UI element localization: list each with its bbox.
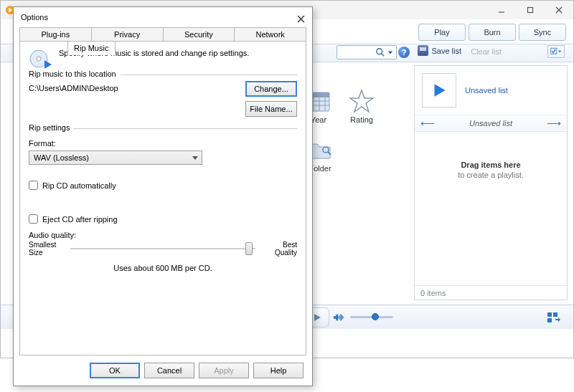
audio-quality-slider[interactable]: [70, 248, 255, 249]
chevron-down-icon: [192, 154, 199, 161]
rip-auto-checkbox[interactable]: Rip CD automatically: [29, 181, 297, 190]
help-icon[interactable]: ?: [398, 47, 410, 58]
cancel-label: Cancel: [157, 366, 182, 375]
tab-play-label: Play: [434, 28, 449, 37]
options-tab-privacy[interactable]: Privacy: [91, 27, 164, 42]
rip-location-legend: Rip music to this location: [29, 70, 121, 78]
list-options-button[interactable]: [547, 45, 565, 58]
clear-list-button[interactable]: Clear list: [471, 47, 502, 56]
tab-burn[interactable]: Burn: [469, 24, 516, 41]
play-icon: [430, 81, 448, 100]
options-tab-rip-music[interactable]: Rip Music: [67, 41, 116, 55]
svg-marker-8: [388, 51, 392, 54]
cancel-button[interactable]: Cancel: [144, 363, 194, 378]
file-name-label: File Name...: [250, 105, 292, 113]
rip-settings-group: Rip settings Format: WAV (Lossless) Rip …: [29, 128, 297, 272]
star-icon: [349, 88, 375, 114]
help-button[interactable]: Help: [253, 363, 304, 378]
options-tab-network[interactable]: Network: [234, 27, 306, 42]
mute-button[interactable]: [333, 312, 344, 322]
playlist-drop-zone[interactable]: Drag items here to create a playlist.: [415, 161, 567, 179]
eject-cd-checkbox[interactable]: Eject CD after ripping: [29, 214, 297, 224]
svg-marker-37: [44, 60, 52, 69]
playlist-drop-title: Drag items here: [415, 161, 567, 169]
rip-location-group: Rip music to this location C:\Users\ADMI…: [29, 75, 297, 117]
usage-text: Uses about 600 MB per CD.: [29, 264, 297, 272]
close-button[interactable]: [545, 1, 573, 19]
volume-thumb[interactable]: [372, 313, 379, 320]
options-tab-body: Specify where music is stored and change…: [19, 42, 306, 355]
save-list-button[interactable]: Save list: [418, 45, 461, 56]
audio-quality-thumb[interactable]: [245, 242, 253, 255]
change-location-button[interactable]: Change...: [245, 81, 297, 97]
playlist-footer: 0 items: [415, 285, 567, 300]
options-titlebar[interactable]: Options: [14, 7, 312, 27]
library-rating-label: Rating: [347, 115, 377, 124]
search-input[interactable]: [337, 45, 397, 59]
tab-burn-label: Burn: [484, 28, 500, 37]
playlist-nav-title: Unsaved list: [469, 119, 512, 128]
eject-cd-input[interactable]: [29, 214, 38, 224]
format-value: WAV (Lossless): [34, 153, 89, 162]
svg-point-6: [377, 49, 382, 54]
save-list-label: Save list: [431, 47, 461, 55]
options-tab-security[interactable]: Security: [163, 27, 235, 42]
rip-auto-input[interactable]: [29, 181, 38, 190]
search-icon: [375, 47, 385, 57]
rip-location-path: C:\Users\ADMIN\Desktop: [29, 81, 118, 92]
playlist-title[interactable]: Unsaved list: [465, 86, 508, 95]
tab-play[interactable]: Play: [418, 24, 466, 41]
svg-point-36: [37, 57, 41, 61]
ok-label: OK: [109, 366, 121, 375]
svg-marker-38: [192, 156, 198, 160]
playlist-prev-button[interactable]: ⟵: [420, 118, 435, 129]
format-combobox[interactable]: WAV (Lossless): [29, 150, 202, 165]
change-location-label: Change...: [254, 85, 288, 93]
library-group-rating[interactable]: Rating: [347, 88, 377, 124]
quality-max-label: Best Quality: [260, 241, 297, 257]
now-playing-icon: [547, 312, 560, 322]
volume-slider[interactable]: [350, 316, 393, 318]
ok-button[interactable]: OK: [90, 363, 140, 378]
rip-settings-legend: Rip settings: [29, 123, 74, 132]
svg-rect-9: [551, 48, 557, 54]
playlist-item-count: 0 items: [420, 289, 446, 297]
svg-marker-10: [558, 50, 561, 52]
svg-rect-29: [547, 312, 552, 317]
format-label: Format:: [29, 139, 297, 148]
options-title: Options: [21, 13, 48, 21]
options-dialog: Options Plug-insPrivacySecurityNetwork P…: [13, 6, 313, 386]
svg-marker-18: [350, 90, 373, 112]
svg-rect-31: [547, 318, 552, 322]
eject-cd-label: Eject CD after ripping: [42, 215, 118, 224]
svg-line-7: [382, 54, 385, 57]
disk-icon: [418, 45, 428, 56]
help-label: Help: [270, 366, 287, 375]
playlist-drop-sub: to create a playlist.: [415, 171, 567, 179]
rip-cd-icon: [29, 49, 52, 72]
playlist-next-button[interactable]: ⟶: [547, 118, 561, 129]
quality-min-label: Smallest Size: [29, 241, 66, 257]
audio-quality-label: Audio quality:: [29, 231, 297, 239]
playlist-panel: Unsaved list ⟵ Unsaved list ⟶ Drag items…: [414, 65, 568, 300]
rip-auto-label: Rip CD automatically: [42, 181, 116, 190]
svg-marker-25: [314, 314, 321, 321]
svg-rect-30: [553, 312, 557, 317]
options-close-button[interactable]: [293, 11, 308, 26]
svg-rect-3: [528, 8, 533, 13]
apply-label: Apply: [214, 366, 234, 375]
tab-sync-label: Sync: [534, 28, 551, 37]
playlist-nav: ⟵ Unsaved list ⟶: [415, 115, 567, 132]
checkbox-dropdown-icon: [550, 47, 562, 56]
maximize-button[interactable]: [516, 1, 545, 19]
svg-marker-21: [435, 84, 446, 96]
options-tab-plug-ins[interactable]: Plug-ins: [19, 27, 92, 42]
chevron-down-icon[interactable]: [387, 49, 393, 55]
svg-marker-28: [334, 313, 338, 321]
playlist-thumbnail[interactable]: [422, 73, 456, 107]
minimize-button[interactable]: [487, 1, 516, 19]
tab-sync[interactable]: Sync: [519, 24, 566, 41]
apply-button[interactable]: Apply: [199, 363, 249, 378]
file-name-button[interactable]: File Name...: [245, 101, 297, 117]
switch-view-button[interactable]: [546, 311, 562, 324]
